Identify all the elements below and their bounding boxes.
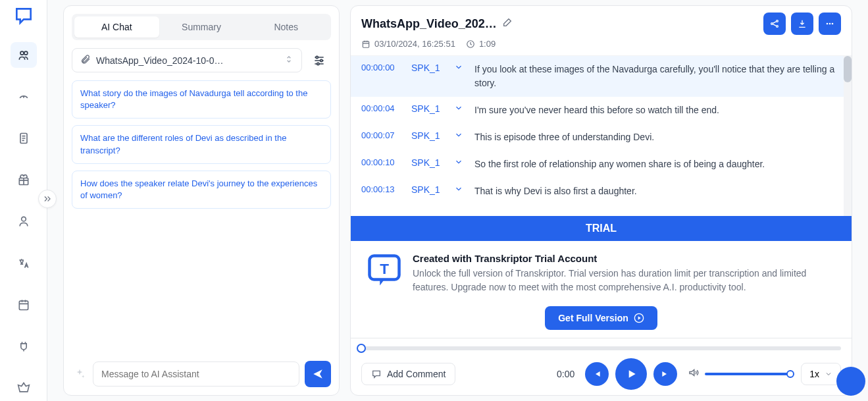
panel-divider[interactable]: [342, 0, 347, 401]
send-button[interactable]: [305, 361, 331, 387]
chat-input[interactable]: [93, 361, 299, 387]
chevron-down-icon[interactable]: [451, 63, 467, 72]
progress-bar[interactable]: [361, 346, 841, 350]
app-logo: [13, 5, 34, 26]
volume-icon[interactable]: [688, 367, 700, 381]
svg-point-10: [777, 20, 779, 22]
svg-point-0: [20, 51, 24, 55]
svg-rect-5: [19, 301, 28, 309]
speed-select[interactable]: 1x: [801, 363, 841, 385]
trial-heading: Created with Transkriptor Trial Account: [413, 253, 836, 264]
row-text[interactable]: So the first role of relationship any wo…: [474, 157, 841, 171]
play-button[interactable]: [615, 358, 647, 390]
transcript-row[interactable]: 00:00:04 SPK_1 I'm sure you've never hea…: [351, 97, 852, 124]
suggestion-item[interactable]: How does the speaker relate Devi's journ…: [72, 171, 331, 209]
transcript-meta: 03/10/2024, 16:25:51 1:09: [351, 35, 852, 55]
svg-point-11: [777, 26, 779, 28]
help-bubble[interactable]: [836, 367, 865, 396]
paperclip-icon: [80, 54, 91, 67]
row-text[interactable]: This is episode three of understanding D…: [474, 130, 841, 144]
add-comment-button[interactable]: Add Comment: [361, 363, 455, 385]
tab-notes[interactable]: Notes: [243, 16, 328, 38]
svg-rect-15: [363, 41, 369, 47]
row-time: 00:00:07: [361, 130, 403, 140]
transcript-list: 00:00:00 SPK_1 If you look at these imag…: [351, 55, 852, 216]
transcript-panel: WhatsApp_Video_202… 03/10/202: [350, 5, 852, 396]
svg-point-14: [832, 23, 834, 25]
expand-sidebar-button[interactable]: [38, 190, 57, 208]
chevron-down-icon[interactable]: [451, 157, 467, 167]
meta-duration: 1:09: [466, 39, 496, 49]
svg-text:T: T: [380, 261, 389, 277]
transcript-row[interactable]: 00:00:10 SPK_1 So the first role of rela…: [351, 151, 852, 178]
row-time: 00:00:04: [361, 103, 403, 113]
svg-point-7: [320, 59, 322, 61]
row-speaker[interactable]: SPK_1: [411, 103, 443, 114]
transcript-row[interactable]: 00:00:07 SPK_1 This is episode three of …: [351, 124, 852, 151]
row-speaker[interactable]: SPK_1: [411, 63, 443, 73]
row-time: 00:00:10: [361, 157, 403, 167]
edit-icon[interactable]: [502, 17, 513, 31]
row-time: 00:00:00: [361, 63, 403, 72]
get-full-version-button[interactable]: Get Full Version: [545, 306, 657, 330]
tab-ai-chat[interactable]: AI Chat: [74, 16, 159, 38]
download-button[interactable]: [791, 13, 813, 35]
tab-summary[interactable]: Summary: [159, 16, 244, 38]
svg-point-8: [317, 63, 319, 65]
transcript-row[interactable]: 00:00:13 SPK_1 That is why Devi is also …: [351, 178, 852, 205]
sidebar-item-gift[interactable]: [11, 167, 37, 193]
svg-point-4: [21, 217, 26, 222]
audio-player: Add Comment 0:00: [351, 338, 852, 395]
suggestion-item[interactable]: What story do the images of Navadurga te…: [72, 80, 331, 119]
file-name: WhatsApp_Video_2024-10-0…: [96, 55, 224, 66]
sidebar-item-document[interactable]: [11, 125, 37, 151]
filter-button[interactable]: [307, 49, 331, 72]
file-selector-row: WhatsApp_Video_2024-10-0…: [72, 48, 331, 72]
volume-bar[interactable]: [705, 373, 790, 375]
player-controls: Add Comment 0:00: [361, 358, 841, 390]
row-speaker[interactable]: SPK_1: [411, 157, 443, 168]
sidebar-item-calendar[interactable]: [11, 292, 37, 317]
svg-point-1: [24, 51, 27, 55]
chevron-down-icon[interactable]: [451, 130, 467, 140]
sidebar-item-plugin[interactable]: [11, 334, 37, 360]
meta-date: 03/10/2024, 16:25:51: [361, 39, 455, 49]
sidebar-item-team[interactable]: [11, 42, 37, 68]
row-text[interactable]: That is why Devi is also first a daughte…: [474, 184, 841, 198]
more-button[interactable]: [819, 13, 841, 35]
row-text[interactable]: I'm sure you've never heard this before …: [474, 103, 841, 117]
row-speaker[interactable]: SPK_1: [411, 130, 443, 141]
progress-knob[interactable]: [357, 344, 366, 353]
scrollbar-thumb[interactable]: [844, 56, 852, 82]
chevron-updown-icon: [284, 55, 294, 66]
sidebar-item-translate[interactable]: [11, 250, 37, 276]
file-select[interactable]: WhatsApp_Video_2024-10-0…: [72, 48, 302, 72]
transkriptor-logo: T: [367, 253, 402, 288]
trial-text: Created with Transkriptor Trial Account …: [413, 253, 836, 294]
trial-card: T Created with Transkriptor Trial Accoun…: [351, 241, 852, 306]
svg-point-9: [771, 23, 773, 25]
next-button[interactable]: [653, 362, 677, 386]
row-speaker[interactable]: SPK_1: [411, 184, 443, 195]
svg-point-6: [316, 56, 318, 58]
sidebar-item-speed[interactable]: [11, 84, 37, 109]
volume-knob[interactable]: [786, 370, 794, 378]
chevron-down-icon[interactable]: [451, 184, 467, 194]
row-text[interactable]: If you look at these images of the Navad…: [474, 63, 841, 90]
transcript-title: WhatsApp_Video_202…: [361, 17, 513, 31]
share-button[interactable]: [763, 13, 786, 35]
sparkle-icon: [72, 368, 88, 380]
time-display: 0:00: [557, 369, 574, 379]
svg-point-13: [829, 23, 831, 25]
transcript-header: WhatsApp_Video_202…: [351, 6, 852, 35]
sidebar-item-premium[interactable]: [11, 375, 37, 401]
prev-button[interactable]: [585, 362, 609, 386]
chat-input-row: [64, 353, 339, 395]
play-controls: [585, 358, 677, 390]
transcript-row[interactable]: 00:00:00 SPK_1 If you look at these imag…: [351, 56, 852, 97]
sidebar-item-user[interactable]: [11, 209, 37, 234]
svg-point-12: [827, 23, 829, 25]
chevron-down-icon[interactable]: [451, 103, 467, 113]
suggestion-item[interactable]: What are the different roles of Devi as …: [72, 125, 331, 163]
header-actions: [763, 13, 841, 35]
